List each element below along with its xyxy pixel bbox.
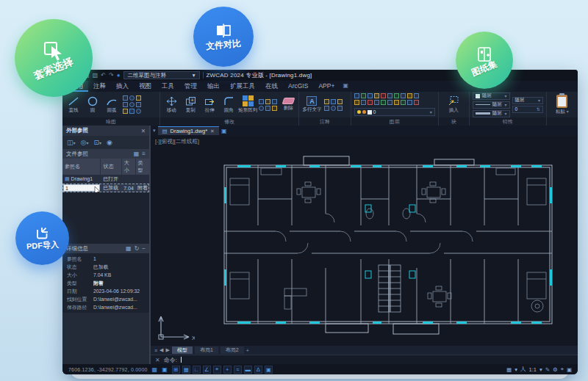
feature-badge-sheetset[interactable]: 图纸集 <box>456 32 513 89</box>
chevron-down-icon[interactable]: ▾ <box>539 366 542 373</box>
panel-label-layers[interactable]: 图层 <box>351 117 438 126</box>
tab-online[interactable]: 在线 <box>260 81 283 92</box>
paper-space-icon[interactable]: ▣ <box>162 366 168 373</box>
dyn-toggle[interactable]: ≈ <box>234 366 242 374</box>
panel-label-annotate[interactable]: 注释 <box>299 117 350 126</box>
layout-menu-icon[interactable]: ≡ <box>154 348 157 353</box>
tab-arcgis[interactable]: ArcGIS <box>283 81 313 92</box>
mtext-button[interactable]: A 多行文字 <box>302 96 321 113</box>
select-cycle-toggle[interactable]: ▣ <box>265 366 273 374</box>
ribbon-minimize-icon[interactable]: ▣ <box>343 81 348 92</box>
fullscreen-icon[interactable]: ▣ <box>567 366 572 373</box>
details-list-icon[interactable]: ▦ <box>126 245 132 252</box>
tab-manage[interactable]: 管理 <box>179 81 202 92</box>
chevron-down-icon[interactable]: ▾ <box>514 366 517 373</box>
fillet-button[interactable]: 圆角 <box>220 96 237 114</box>
move-button[interactable]: 移动 <box>163 96 179 114</box>
tab-app-plus[interactable]: APP+ <box>313 81 340 92</box>
annotation-scale-value[interactable]: 1:1 <box>528 366 536 373</box>
xref-list-empty[interactable] <box>62 192 149 244</box>
lineweight-dropdown[interactable]: 随层 ▾ <box>473 110 510 117</box>
col-size[interactable]: 大小 <box>121 159 135 175</box>
modify-mini-tools[interactable] <box>259 99 277 111</box>
col-status[interactable]: 状态 <box>101 159 121 175</box>
prev-layout-icon[interactable]: ◀ <box>159 347 163 353</box>
tree-view-icon[interactable]: ≡ <box>142 150 146 157</box>
command-close-icon[interactable]: ✕ <box>155 357 160 363</box>
drawing-canvas[interactable]: [-][俯视][二维线框] <box>151 136 578 346</box>
erase-button[interactable]: 删除 <box>280 98 296 112</box>
list-view-icon[interactable]: ▦ <box>134 150 140 157</box>
feature-badge-pdf-import[interactable]: PDF导入 <box>15 211 69 265</box>
color-dropdown[interactable]: 随层 ▾ <box>473 92 510 100</box>
annotate-mini-tools[interactable] <box>324 99 343 111</box>
workspace-gear-icon[interactable]: ⚙ <box>553 366 558 373</box>
tab-layout1[interactable]: 布局1 <box>195 346 218 354</box>
snap-toggle[interactable]: ⊞ <box>172 366 180 374</box>
isolate-objects-icon[interactable]: ⌖ <box>561 366 564 373</box>
command-line[interactable]: ✕ 命令: <box>151 355 578 364</box>
grid-toggle[interactable]: ▦ <box>182 366 190 374</box>
table-row[interactable]: ▤ Drawing1 已打开 <box>62 175 149 184</box>
feature-badge-compare[interactable]: 文件对比 <box>193 7 254 67</box>
draw-mini-tools[interactable] <box>123 95 141 114</box>
tab-view[interactable]: 视图 <box>134 81 157 92</box>
panel-label-block[interactable]: 块 <box>439 117 469 126</box>
next-layout-icon[interactable]: ▶ <box>165 347 169 353</box>
undo-icon[interactable]: ↶ <box>101 73 106 79</box>
copy-button[interactable]: + 复制 <box>182 96 198 114</box>
refresh-ref-icon[interactable]: ◉ <box>107 139 112 146</box>
annotate-auto-icon[interactable]: ✎ <box>545 366 550 373</box>
panel-label-modify[interactable]: 修改 <box>160 117 298 126</box>
rect-array-button[interactable]: 矩形阵列 <box>240 95 256 114</box>
polar-toggle[interactable]: ∠ <box>203 366 211 374</box>
lineweight-toggle[interactable]: ▬ <box>244 366 252 374</box>
circle-button[interactable]: 圆 <box>85 96 101 114</box>
viewport-controls[interactable]: [-][俯视][二维线框] <box>155 138 199 145</box>
close-icon[interactable]: ✕ <box>210 128 215 134</box>
transparency-spinner[interactable]: 0 ⇅ <box>512 106 543 113</box>
doc-tab-menu-icon[interactable]: ▾ <box>153 128 156 134</box>
tab-tools[interactable]: 工具 <box>157 81 179 92</box>
col-type[interactable]: 类型 <box>135 159 149 175</box>
tab-express[interactable]: 扩展工具 <box>225 81 260 92</box>
grid-display-icon[interactable]: ▦ <box>506 366 512 373</box>
annotation-scale-icon[interactable]: 人 <box>520 366 526 373</box>
details-refresh-icon[interactable]: ↻ <box>135 245 140 252</box>
close-icon[interactable]: ✕ <box>141 128 146 134</box>
ortho-toggle[interactable]: ∟ <box>193 366 201 374</box>
workspace-dropdown[interactable]: 二维草图与注释 ▾ <box>123 71 200 79</box>
tab-model[interactable]: 模型 <box>172 346 193 354</box>
layer-dropdown[interactable]: 0 ▾ <box>354 108 435 116</box>
paste-button[interactable]: 粘贴 ▾ <box>554 95 570 115</box>
table-row[interactable]: 1 已加载 7.04 KB 附着 <box>62 184 149 192</box>
col-reference-name[interactable]: 参照名 <box>62 159 101 175</box>
panel-label-draw[interactable]: 绘图 <box>62 117 159 126</box>
tab-annotate[interactable]: 注释 <box>88 81 111 92</box>
otrack-toggle[interactable]: + <box>223 366 232 374</box>
line-button[interactable]: 直线 <box>65 96 82 114</box>
ucs-toggle[interactable]: ∆ <box>254 366 262 374</box>
attach-dwg-icon[interactable]: ◫▾ <box>67 139 76 146</box>
details-collapse-icon[interactable]: − <box>142 245 146 252</box>
online-status-icon[interactable]: ● <box>117 73 121 79</box>
model-space-icon[interactable]: ▦ <box>152 366 158 373</box>
osnap-toggle[interactable]: ⌖ <box>213 366 221 374</box>
layer-tools[interactable] <box>354 93 435 106</box>
linetype-dropdown[interactable]: 随层 ▾ <box>473 101 510 109</box>
plot-style-dropdown[interactable]: 随层 ▾ <box>512 97 543 104</box>
new-drawing-tab-icon[interactable]: ▣ <box>221 128 227 134</box>
tab-insert[interactable]: 插入 <box>111 81 134 92</box>
arc-button[interactable]: 圆弧 <box>104 96 120 114</box>
redo-icon[interactable]: ↷ <box>109 73 114 79</box>
add-layout-icon[interactable]: + <box>246 348 249 353</box>
panel-label-properties[interactable]: 特性 <box>470 117 546 126</box>
reference-name-edit[interactable]: 1 <box>63 184 100 192</box>
stretch-button[interactable]: 拉伸 <box>201 96 218 114</box>
tab-output[interactable]: 输出 <box>202 81 225 92</box>
tab-layout2[interactable]: 布局2 <box>220 346 244 354</box>
insert-block-button[interactable]: 插入 <box>445 95 462 114</box>
attach-pdf-icon[interactable]: ⊡▾ <box>93 139 101 146</box>
feature-badge-lasso[interactable]: 套索选择 <box>15 19 93 97</box>
attach-image-icon[interactable]: ◎▾ <box>81 139 89 146</box>
